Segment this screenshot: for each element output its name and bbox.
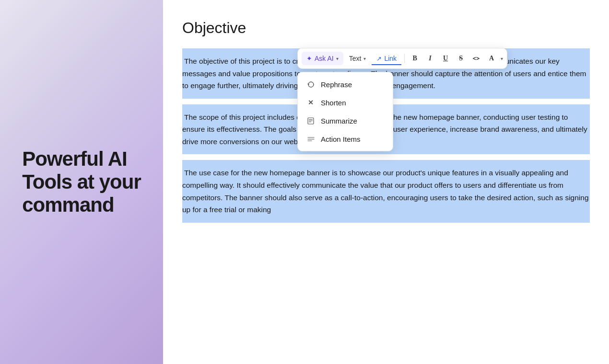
dropdown-item-action-items[interactable]: Action Items xyxy=(301,130,390,148)
dropdown-item-rephrase[interactable]: Rephrase xyxy=(301,75,390,93)
dropdown-item-shorten[interactable]: ✕ Shorten xyxy=(301,93,390,112)
rephrase-label: Rephrase xyxy=(321,80,352,89)
divider-1 xyxy=(404,54,405,63)
link-button[interactable]: ↗ Link xyxy=(372,52,401,65)
strikethrough-label: S xyxy=(459,55,463,62)
paragraph-3-text: The use case for the new homepage banner… xyxy=(182,169,589,214)
toolbar: ✦ Ask AI ▾ Text ▾ ↗ Link B I U xyxy=(297,48,507,69)
strikethrough-button[interactable]: S xyxy=(454,51,468,66)
text-style-button[interactable]: Text ▾ xyxy=(344,52,371,65)
dropdown-menu: Rephrase ✕ Shorten Summarize xyxy=(297,72,393,151)
editor-container: Objective ✦ Ask AI ▾ Text ▾ ↗ Link B I xyxy=(163,0,609,364)
text-chevron: ▾ xyxy=(363,56,366,61)
right-panel: Objective ✦ Ask AI ▾ Text ▾ ↗ Link B I xyxy=(163,0,609,364)
page-title: Objective xyxy=(182,19,590,37)
action-items-icon xyxy=(306,135,315,143)
hero-text: Powerful AI Tools at your command xyxy=(22,148,141,217)
shorten-icon: ✕ xyxy=(306,98,315,107)
summarize-label: Summarize xyxy=(321,117,357,125)
link-arrow-icon: ↗ xyxy=(376,55,382,62)
action-items-label: Action Items xyxy=(321,135,361,143)
ask-ai-chevron: ▾ xyxy=(336,56,339,61)
shorten-label: Shorten xyxy=(321,99,346,107)
color-label: A xyxy=(489,55,494,62)
bold-label: B xyxy=(412,55,417,62)
link-label: Link xyxy=(384,55,397,62)
color-chevron: ▾ xyxy=(501,56,503,61)
rephrase-icon xyxy=(306,80,315,89)
bold-button[interactable]: B xyxy=(408,51,422,66)
color-button[interactable]: A xyxy=(484,51,499,66)
ask-ai-button[interactable]: ✦ Ask AI ▾ xyxy=(302,52,343,65)
summarize-icon xyxy=(306,116,315,125)
left-panel: Powerful AI Tools at your command xyxy=(0,0,163,364)
underline-button[interactable]: U xyxy=(438,51,453,66)
ask-ai-label: Ask AI xyxy=(315,55,334,62)
code-button[interactable]: <> xyxy=(469,51,483,66)
dropdown-item-summarize[interactable]: Summarize xyxy=(301,112,390,130)
paragraph-3: The use case for the new homepage banner… xyxy=(182,160,590,222)
code-label: <> xyxy=(473,55,480,62)
underline-label: U xyxy=(443,55,448,62)
text-style-label: Text xyxy=(349,55,362,62)
italic-button[interactable]: I xyxy=(423,51,437,66)
italic-label: I xyxy=(429,55,431,62)
spark-icon: ✦ xyxy=(306,55,312,62)
